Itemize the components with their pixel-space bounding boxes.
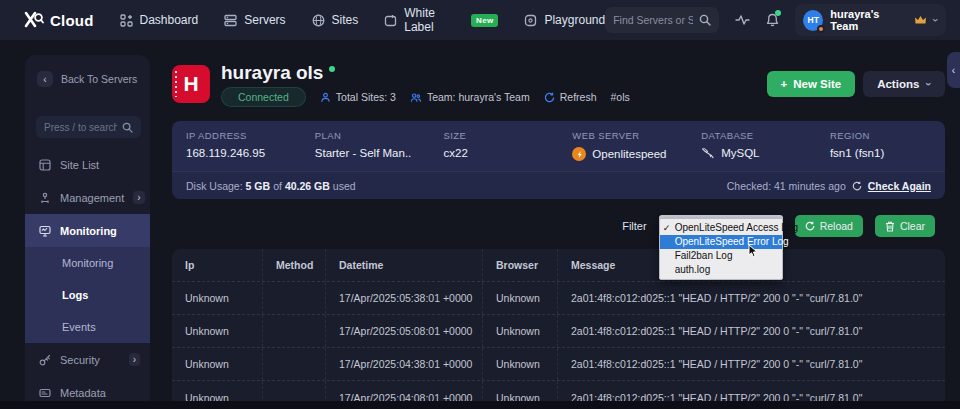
disk-used-value: 5 GB [246, 180, 271, 192]
cell-method [262, 315, 325, 347]
info-label: IP ADDRESS [186, 130, 301, 141]
dashboard-icon [120, 14, 133, 27]
logs-table: Ip Method Datetime Browser Message Unkno… [172, 249, 945, 409]
online-status-dot [329, 66, 335, 72]
sidebar-item-monitoring[interactable]: Monitoring [25, 214, 150, 247]
nav-item-sites[interactable]: Sites [312, 13, 359, 27]
option-label: OpenLiteSpeed Access Log [675, 222, 798, 233]
brand-logo[interactable]: Cloud [24, 11, 94, 29]
submenu-item-monitoring[interactable]: Monitoring [25, 247, 150, 279]
team-icon [410, 92, 422, 103]
viewport-bottom-edge [0, 401, 960, 409]
dropdown-option-error-log[interactable]: OpenLiteSpeed Error Log [660, 235, 782, 249]
crown-icon [914, 15, 927, 25]
info-field-ip: IP ADDRESS 168.119.246.95 [172, 130, 301, 161]
brand-name: Cloud [50, 12, 94, 29]
reload-label: Reload [820, 220, 853, 232]
sidebar-item-site-list[interactable]: Site List [25, 148, 150, 181]
info-field-web-server: WEB SERVER Openlitespeed [558, 130, 687, 161]
total-sites-label: Total Sites: 3 [336, 91, 396, 103]
nav-item-servers[interactable]: Servers [224, 13, 285, 27]
sidebar-search-input[interactable] [44, 122, 117, 133]
account-menu[interactable]: HT hurayra's Team › [795, 4, 946, 36]
log-type-select[interactable]: ✓ OpenLiteSpeed Access Log OpenLiteSpeed… [659, 215, 783, 237]
info-label: PLAN [315, 130, 430, 141]
check-again-link[interactable]: Check Again [868, 180, 931, 192]
column-header-method: Method [262, 249, 325, 281]
team-meta: Team: hurayra's Team [410, 91, 530, 103]
search-icon[interactable] [699, 14, 711, 26]
nav-item-playground[interactable]: Playground [524, 13, 605, 27]
reload-button[interactable]: Reload [795, 215, 863, 237]
page-title: hurayra ols [221, 63, 323, 83]
plus-icon: + [781, 78, 788, 90]
team-label: Team: hurayra's Team [427, 91, 530, 103]
server-header: H hurayra ols Connected Total Sites: 3 T… [172, 63, 945, 111]
sidebar-item-label: Monitoring [60, 225, 140, 237]
refresh-icon [544, 92, 555, 103]
panel-collapse-handle[interactable]: ‹ [947, 52, 960, 88]
trash-icon [885, 221, 895, 232]
dropdown-option-auth-log[interactable]: auth.log [660, 263, 782, 277]
info-label: SIZE [444, 130, 559, 141]
chevron-right-icon: › [129, 353, 140, 366]
actions-button[interactable]: Actions › [863, 71, 945, 97]
submenu-item-events[interactable]: Events [25, 311, 150, 343]
column-header-datetime: Datetime [325, 249, 482, 281]
nav-item-white-label[interactable]: White Label New [384, 6, 498, 34]
nav-items: Dashboard Servers Sites White Label New … [120, 6, 606, 34]
info-field-database: DATABASE MySQL [687, 130, 816, 161]
activity-icon[interactable] [735, 14, 750, 26]
refresh-meta[interactable]: Refresh [544, 91, 597, 103]
cell-method [262, 282, 325, 314]
cell-browser: Unknown [482, 348, 557, 380]
cell-browser: Unknown [482, 282, 557, 314]
global-search[interactable] [605, 7, 719, 33]
global-search-input[interactable] [613, 14, 693, 26]
cell-method [262, 348, 325, 380]
back-to-servers[interactable]: ‹ Back To Servers [37, 71, 140, 87]
security-key-icon [39, 354, 51, 366]
disk-usage-bar: Disk Usage: 5 GB of 40.26 GB used Checke… [172, 171, 945, 199]
filter-label: Filter [622, 220, 646, 232]
sidebar-item-security[interactable]: Security › [25, 343, 150, 376]
new-badge: New [471, 14, 498, 27]
chevron-right-icon: › [133, 191, 144, 204]
clear-label: Clear [900, 220, 925, 232]
nav-label: Playground [544, 13, 605, 27]
cell-ip: Unknown [172, 282, 262, 314]
info-field-region: REGION fsn1 (fsn1) [816, 130, 945, 161]
nav-item-dashboard[interactable]: Dashboard [120, 13, 199, 27]
chevron-down-icon: › [930, 18, 942, 22]
clear-button[interactable]: Clear [875, 215, 935, 237]
cell-ip: Unknown [172, 315, 262, 347]
column-header-browser: Browser [482, 249, 557, 281]
refresh-icon [805, 221, 815, 231]
xcloud-logo-icon [24, 11, 44, 29]
notifications-bell-icon[interactable] [766, 13, 779, 27]
selected-check-icon: ✓ [663, 221, 671, 235]
new-site-button[interactable]: + New Site [767, 71, 856, 97]
sidebar-search[interactable] [36, 116, 141, 138]
disk-total-value: 40.26 GB [285, 180, 330, 192]
sidebar-item-label: Site List [60, 159, 140, 171]
dropdown-option-fail2ban[interactable]: Fail2ban Log [660, 249, 782, 263]
submenu-item-logs[interactable]: Logs [25, 279, 150, 311]
logo-letter: H [183, 72, 198, 96]
info-label: WEB SERVER [572, 130, 687, 141]
option-label: OpenLiteSpeed Error Log [675, 236, 789, 247]
info-field-size: SIZE cx22 [430, 130, 559, 161]
chevron-left-icon: ‹ [952, 65, 955, 76]
cell-message: 2a01:4f8:c012:d025::1 "HEAD / HTTP/2" 20… [557, 315, 945, 347]
sidebar-item-management[interactable]: Management › [25, 181, 150, 214]
info-field-plan: PLAN Starter - Self Man.. [301, 130, 430, 161]
avatar-status-dot [817, 25, 825, 33]
chevron-left-icon: ‹ [37, 71, 53, 87]
site-list-icon [39, 159, 51, 171]
option-label: auth.log [675, 264, 711, 275]
table-row: Unknown 17/Apr/2025:05:38:01 +0000 Unkno… [172, 282, 945, 315]
dropdown-option-access-log[interactable]: ✓ OpenLiteSpeed Access Log [660, 221, 782, 235]
disk-suffix: used [333, 180, 356, 192]
header-buttons: + New Site Actions › [767, 71, 946, 97]
column-header-ip: Ip [172, 249, 262, 281]
